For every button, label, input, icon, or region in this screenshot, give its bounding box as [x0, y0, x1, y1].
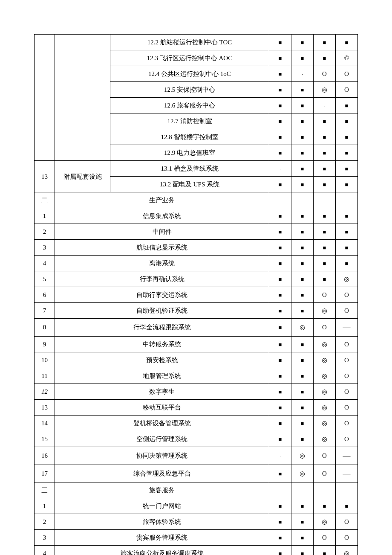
- mark-cell: ■: [291, 336, 314, 352]
- row-number: 13: [35, 161, 55, 192]
- mark-cell: ◎: [314, 352, 336, 368]
- mark-cell: ◎: [336, 546, 358, 555]
- mark-cell: ■: [269, 399, 291, 415]
- row-number: 4: [35, 256, 55, 271]
- row-desc: 综合管理及应急平台: [55, 465, 269, 482]
- mark-cell: ■: [291, 240, 314, 256]
- mark-cell: ■: [269, 336, 291, 352]
- mark-cell: ◎: [314, 514, 336, 530]
- mark-cell: ■: [291, 514, 314, 530]
- mark-cell: ·: [314, 98, 336, 113]
- mark-cell: [291, 482, 314, 498]
- row-number: 2: [35, 224, 55, 240]
- mark-cell: [314, 192, 336, 208]
- row-desc: 中转服务系统: [55, 336, 269, 352]
- mark-cell: ■: [314, 256, 336, 271]
- row-number: 4: [35, 546, 55, 555]
- mark-cell: [269, 192, 291, 208]
- mark-cell: ◎: [291, 319, 314, 337]
- mark-cell: ■: [314, 145, 336, 161]
- mark-cell: ■: [291, 129, 314, 145]
- mark-cell: ■: [336, 113, 358, 129]
- mark-cell: ◎: [314, 415, 336, 431]
- mark-cell: ■: [269, 177, 291, 192]
- row-number: 12: [35, 384, 55, 399]
- row-desc: 信息集成系统: [55, 208, 269, 224]
- mark-cell: O: [314, 447, 336, 465]
- row-desc: 贵宾服务管理系统: [55, 530, 269, 546]
- mark-cell: O: [336, 530, 358, 546]
- row-desc: 地服管理系统: [55, 368, 269, 384]
- row-desc: 统一门户网站: [55, 498, 269, 514]
- row-desc: 12.6 旅客服务中心: [110, 98, 269, 113]
- row-desc: 行李再确认系统: [55, 271, 269, 287]
- mark-cell: ©: [336, 50, 358, 66]
- row-desc: 12.5 安保控制中心: [110, 82, 269, 98]
- mark-cell: ■: [269, 113, 291, 129]
- row-desc: 13.2 配电及 UPS 系统: [110, 177, 269, 192]
- mark-cell: [336, 192, 358, 208]
- mark-cell: O: [314, 465, 336, 482]
- mark-cell: ■: [269, 384, 291, 399]
- mark-cell: ■: [336, 129, 358, 145]
- row-number: 1: [35, 498, 55, 514]
- row-desc: 数字孪生: [55, 384, 269, 399]
- mark-cell: ■: [269, 256, 291, 271]
- section-title: 生产业务: [55, 192, 269, 208]
- row-number: 9: [35, 336, 55, 352]
- mark-cell: [291, 192, 314, 208]
- mark-cell: ·: [291, 66, 314, 82]
- row-number: 11: [35, 368, 55, 384]
- row-number: 15: [35, 431, 55, 447]
- mark-cell: O: [336, 82, 358, 98]
- mark-cell: ◎: [336, 271, 358, 287]
- mark-cell: ■: [269, 415, 291, 431]
- mark-cell: ■: [336, 177, 358, 192]
- mark-cell: ■: [269, 35, 291, 50]
- mark-cell: ■: [291, 82, 314, 98]
- section-number: 二: [35, 192, 55, 208]
- row-desc: 旅客体验系统: [55, 514, 269, 530]
- mark-cell: O: [336, 384, 358, 399]
- mark-cell: ■: [269, 352, 291, 368]
- mark-cell: ■: [291, 431, 314, 447]
- row-desc: 13.1 槽盒及管线系统: [110, 161, 269, 177]
- mark-cell: ■: [269, 498, 291, 514]
- mark-cell: ■: [314, 240, 336, 256]
- row-number: [35, 35, 55, 161]
- row-number: 16: [35, 447, 55, 465]
- mark-cell: ■: [291, 530, 314, 546]
- mark-cell: ·: [269, 447, 291, 465]
- mark-cell: ■: [291, 256, 314, 271]
- mark-cell: ■: [314, 35, 336, 50]
- mark-cell: O: [336, 287, 358, 303]
- mark-cell: ■: [269, 465, 291, 482]
- mark-cell: ■: [336, 208, 358, 224]
- mark-cell: ■: [291, 35, 314, 50]
- mark-cell: ■: [269, 271, 291, 287]
- mark-cell: ■: [269, 546, 291, 555]
- mark-cell: ■: [269, 98, 291, 113]
- mark-cell: ■: [291, 177, 314, 192]
- row-category: [55, 35, 110, 161]
- mark-cell: ■: [314, 208, 336, 224]
- mark-cell: O: [336, 431, 358, 447]
- mark-cell: ■: [269, 287, 291, 303]
- mark-cell: O: [336, 66, 358, 82]
- row-desc: 旅客流向分析及服务调度系统: [55, 546, 269, 555]
- mark-cell: O: [336, 514, 358, 530]
- mark-cell: ■: [314, 129, 336, 145]
- row-number: 6: [35, 287, 55, 303]
- mark-cell: ■: [336, 240, 358, 256]
- mark-cell: —: [336, 447, 358, 465]
- mark-cell: ◎: [314, 431, 336, 447]
- mark-cell: ◎: [314, 82, 336, 98]
- section-title: 旅客服务: [55, 482, 269, 498]
- mark-cell: O: [336, 415, 358, 431]
- row-number: 8: [35, 319, 55, 337]
- mark-cell: ■: [269, 66, 291, 82]
- row-number: 2: [35, 514, 55, 530]
- row-category: 附属配套设施: [55, 161, 110, 192]
- mark-cell: O: [314, 66, 336, 82]
- mark-cell: ■: [269, 368, 291, 384]
